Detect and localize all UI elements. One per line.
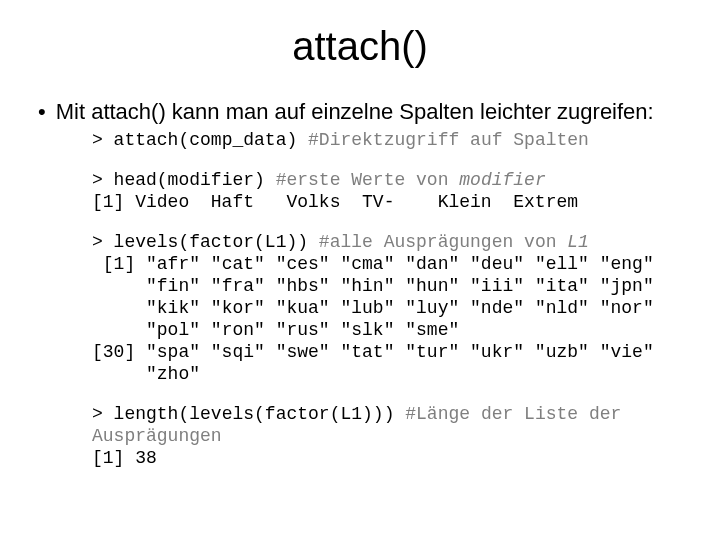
- code-command: head(modifier): [114, 170, 276, 190]
- code-output: [1] "afr" "cat" "ces" "cma" "dan" "deu" …: [92, 253, 680, 275]
- code-output: "zho": [92, 363, 680, 385]
- prompt: >: [92, 232, 114, 252]
- code-comment: #Direktzugriff auf Spalten: [308, 130, 589, 150]
- code-line: > levels(factor(L1)) #alle Ausprägungen …: [92, 231, 680, 253]
- slide-title: attach(): [40, 24, 680, 69]
- code-comment-italic: L1: [567, 232, 589, 252]
- code-output: [1] Video Haft Volks TV- Klein Extrem: [92, 191, 680, 213]
- code-block-head: > head(modifier) #erste Werte von modifi…: [92, 169, 680, 213]
- bullet-dot-icon: •: [38, 99, 46, 125]
- prompt: >: [92, 170, 114, 190]
- code-block-length: > length(levels(factor(L1))) #Länge der …: [92, 403, 680, 469]
- code-block-attach: > attach(comp_data) #Direktzugriff auf S…: [92, 129, 680, 151]
- code-output: "kik" "kor" "kua" "lub" "luy" "nde" "nld…: [92, 297, 680, 319]
- code-command: length(levels(factor(L1))): [114, 404, 406, 424]
- code-line: > head(modifier) #erste Werte von modifi…: [92, 169, 680, 191]
- code-comment-italic: modifier: [459, 170, 545, 190]
- prompt: >: [92, 404, 114, 424]
- slide: attach() • Mit attach() kann man auf ein…: [0, 0, 720, 540]
- code-comment: #erste Werte von: [276, 170, 460, 190]
- prompt: >: [92, 130, 114, 150]
- code-line: > length(levels(factor(L1))) #Länge der …: [92, 403, 680, 447]
- bullet-text: Mit attach() kann man auf einzelne Spalt…: [56, 99, 654, 125]
- code-block-levels: > levels(factor(L1)) #alle Ausprägungen …: [92, 231, 680, 385]
- code-output: "pol" "ron" "rus" "slk" "sme": [92, 319, 680, 341]
- code-line: > attach(comp_data) #Direktzugriff auf S…: [92, 129, 680, 151]
- code-output: "fin" "fra" "hbs" "hin" "hun" "iii" "ita…: [92, 275, 680, 297]
- bullet-row: • Mit attach() kann man auf einzelne Spa…: [38, 99, 680, 125]
- code-output: [1] 38: [92, 447, 680, 469]
- code-command: levels(factor(L1)): [114, 232, 319, 252]
- code-command: attach(comp_data): [114, 130, 308, 150]
- code-output: [30] "spa" "sqi" "swe" "tat" "tur" "ukr"…: [92, 341, 680, 363]
- code-comment: #alle Ausprägungen von: [319, 232, 567, 252]
